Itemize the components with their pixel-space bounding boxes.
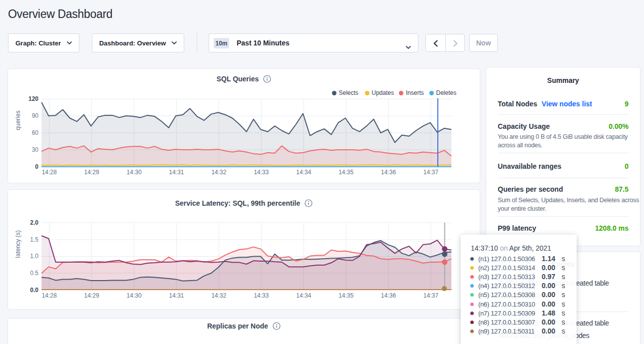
svg-text:1.5: 1.5 [30,236,38,243]
svg-text:0.0: 0.0 [30,287,38,294]
svg-text:30: 30 [32,146,39,153]
svg-text:14:35: 14:35 [338,292,353,299]
svg-text:14:29: 14:29 [84,292,99,299]
svg-text:14:32: 14:32 [211,292,226,299]
svg-text:14:37: 14:37 [423,292,438,299]
svg-text:60: 60 [32,129,39,136]
svg-text:1.0: 1.0 [30,253,38,260]
svg-text:14:34: 14:34 [296,169,311,176]
svg-text:14:32: 14:32 [211,169,226,176]
svg-text:0.5: 0.5 [30,270,38,277]
svg-text:14:37: 14:37 [423,169,438,176]
svg-text:queries: queries [14,110,21,130]
svg-text:14:28: 14:28 [42,169,57,176]
svg-text:14:36: 14:36 [381,169,396,176]
svg-text:14:31: 14:31 [169,169,184,176]
svg-text:90: 90 [32,112,39,119]
svg-text:14:28: 14:28 [42,292,57,299]
svg-text:2.0: 2.0 [30,219,38,226]
svg-text:14:33: 14:33 [254,169,269,176]
svg-text:14:34: 14:34 [296,292,311,299]
svg-text:120: 120 [28,95,38,102]
svg-text:14:36: 14:36 [381,292,396,299]
svg-text:14:33: 14:33 [254,292,269,299]
svg-text:14:35: 14:35 [338,169,353,176]
svg-text:14:30: 14:30 [127,292,142,299]
svg-text:latency (s): latency (s) [14,230,21,258]
svg-text:14:31: 14:31 [169,292,184,299]
svg-text:0: 0 [35,163,38,170]
svg-text:14:30: 14:30 [127,169,142,176]
svg-text:14:29: 14:29 [84,169,99,176]
